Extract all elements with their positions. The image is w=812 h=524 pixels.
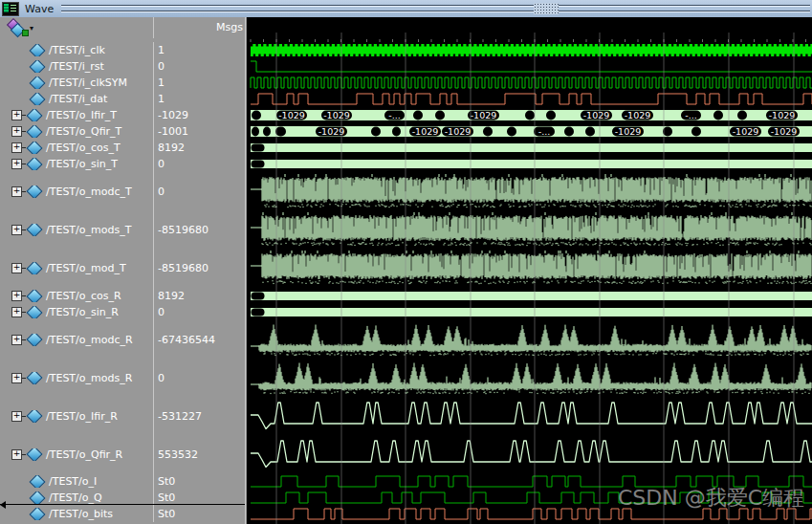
signal-name-cell: +/TEST/o_modc_T xyxy=(0,186,153,198)
signal-name: /TEST/o_mods_R xyxy=(46,372,132,384)
signal-diamond-icon xyxy=(27,186,43,198)
signal-diamond-icon xyxy=(27,306,43,318)
signal-value: 0 xyxy=(153,172,245,210)
signal-name: /TEST/o_cos_R xyxy=(46,290,121,302)
expand-plus-icon[interactable]: + xyxy=(11,263,22,273)
signal-value: 0 xyxy=(153,359,245,397)
signal-value: 8192 xyxy=(153,140,245,156)
signal-name-cell: +/TEST/o_cos_R xyxy=(0,290,153,302)
expand-plus-icon[interactable]: + xyxy=(11,126,22,137)
signal-name-cell: /TEST/o_Q xyxy=(0,491,153,504)
signal-value: 8192 xyxy=(153,288,245,304)
signal-name-cell: +/TEST/o_Qfir_R xyxy=(0,448,153,461)
signal-name: /TEST/o_Ifir_T xyxy=(46,109,117,121)
signal-value: -1001 xyxy=(153,123,245,140)
signal-row[interactable]: +/TEST/o_cos_R8192 xyxy=(0,288,245,304)
svg-text:-1029: -1029 xyxy=(769,110,796,120)
msgs-column-header[interactable]: Msgs xyxy=(153,17,246,38)
signal-name: /TEST/o_modc_R xyxy=(46,334,133,346)
signal-row[interactable]: +/TEST/o_sin_T0 xyxy=(0,156,245,172)
title-grip-dots[interactable] xyxy=(534,3,559,14)
expand-plus-icon[interactable]: + xyxy=(11,411,22,422)
svg-text:-1029: -1029 xyxy=(323,110,350,120)
wave-window-icon xyxy=(2,2,19,16)
expand-plus-icon[interactable]: + xyxy=(11,335,22,345)
signal-diamond-icon xyxy=(30,508,46,520)
signal-name-cell: +/TEST/o_sin_R xyxy=(0,306,153,318)
svg-text:-1029: -1029 xyxy=(278,110,305,120)
signal-row[interactable]: +/TEST/o_sin_R0 xyxy=(0,304,245,320)
signal-diamond-icon xyxy=(30,491,46,504)
signal-name: /TEST/o_Qfir_T xyxy=(46,125,121,138)
expand-plus-icon[interactable]: + xyxy=(11,110,22,120)
signal-row[interactable]: +/TEST/o_Ifir_R-531227 xyxy=(0,397,245,435)
signal-value: 553532 xyxy=(153,435,245,473)
signal-row[interactable]: +/TEST/o_cos_T8192 xyxy=(0,140,245,156)
signal-name: /TEST/o_sin_T xyxy=(46,158,118,170)
signal-name: /TEST/o_I xyxy=(49,475,97,488)
signal-value: -8519680 xyxy=(153,249,245,288)
signal-diamond-icon xyxy=(27,125,43,138)
signal-value: 0 xyxy=(153,304,245,320)
signal-row[interactable]: +/TEST/o_Qfir_T-1001 xyxy=(0,123,245,140)
signal-list-panel: /TEST/i_clk1/TEST/i_rst0/TEST/i_clkSYM1/… xyxy=(0,38,245,524)
expand-plus-icon[interactable]: + xyxy=(11,186,22,197)
signal-value: 0 xyxy=(153,156,245,172)
signal-value: -531227 xyxy=(153,397,245,435)
signal-value: -8519680 xyxy=(153,210,245,249)
signal-name-cell: +/TEST/o_mod_T xyxy=(0,262,153,274)
signal-name: /TEST/o_Q xyxy=(49,491,102,504)
signal-row[interactable]: /TEST/o_bitsSt0 xyxy=(0,506,245,522)
svg-text:-...: -... xyxy=(388,110,401,120)
signal-row[interactable]: +/TEST/o_modc_R-67436544 xyxy=(0,320,245,359)
window-title: Wave xyxy=(25,3,54,15)
signal-name-cell: /TEST/i_clk xyxy=(0,44,153,56)
title-grip-lines[interactable] xyxy=(61,4,810,16)
signal-name-cell: +/TEST/o_cos_T xyxy=(0,142,153,154)
svg-text:-1029: -1029 xyxy=(471,110,497,120)
signal-name: /TEST/o_sin_R xyxy=(46,306,119,318)
signal-name: /TEST/o_modc_T xyxy=(46,186,132,198)
signal-name: /TEST/i_clk xyxy=(49,44,105,56)
expand-plus-icon[interactable]: + xyxy=(11,307,22,317)
waveform-canvas[interactable]: -1029-1029-...-1029-1029-1029-...-1029-1… xyxy=(247,17,812,524)
signal-row[interactable]: /TEST/o_ISt0 xyxy=(0,473,245,490)
signal-name: /TEST/o_cos_T xyxy=(46,142,121,154)
svg-text:-1029: -1029 xyxy=(615,126,642,137)
signal-diamond-icon xyxy=(27,109,43,121)
signal-name-cell: +/TEST/o_Ifir_R xyxy=(0,410,153,423)
signal-row[interactable]: /TEST/i_rst0 xyxy=(0,58,245,75)
signal-value: -1029 xyxy=(153,107,245,123)
expand-plus-icon[interactable]: + xyxy=(11,159,22,169)
signal-row[interactable]: /TEST/i_clk1 xyxy=(0,42,245,58)
expand-plus-icon[interactable]: + xyxy=(11,225,22,235)
signal-row[interactable]: +/TEST/o_modc_T0 xyxy=(0,172,245,210)
signal-name: /TEST/o_bits xyxy=(49,508,113,520)
expand-plus-icon[interactable]: + xyxy=(11,373,22,383)
signal-row[interactable]: +/TEST/o_mods_T-8519680 xyxy=(0,210,245,249)
signal-name-cell: /TEST/i_dat xyxy=(0,93,153,105)
expand-plus-icon[interactable]: + xyxy=(11,291,22,301)
expand-plus-icon[interactable]: + xyxy=(11,142,22,153)
title-bar[interactable]: Wave xyxy=(0,0,812,17)
signal-name-cell: /TEST/o_I xyxy=(0,475,153,488)
expand-plus-icon[interactable]: + xyxy=(11,449,22,460)
svg-text:-1029: -1029 xyxy=(625,110,651,120)
signal-row[interactable]: +/TEST/o_mod_T-8519680 xyxy=(0,249,245,288)
signal-diamond-icon xyxy=(30,76,46,89)
signal-value: 1 xyxy=(153,91,245,107)
signal-row[interactable]: /TEST/i_clkSYM1 xyxy=(0,75,245,91)
signal-row[interactable]: /TEST/i_dat1 xyxy=(0,91,245,107)
svg-text:-1029: -1029 xyxy=(318,126,345,137)
green-square-icon xyxy=(22,30,29,36)
signal-row[interactable]: +/TEST/o_Qfir_R553532 xyxy=(0,435,245,473)
chevron-down-icon: ▾ xyxy=(30,24,33,33)
signal-row[interactable]: +/TEST/o_Ifir_T-1029 xyxy=(0,107,245,123)
signal-diamond-icon xyxy=(27,142,43,154)
signal-row[interactable]: +/TEST/o_mods_R0 xyxy=(0,359,245,397)
svg-text:-1029: -1029 xyxy=(583,110,610,120)
signal-select-dropdown[interactable]: ▾ xyxy=(5,19,37,35)
signal-name: /TEST/i_dat xyxy=(49,93,107,105)
signal-value: 1 xyxy=(153,42,245,58)
signal-name-cell: /TEST/o_bits xyxy=(0,508,153,520)
